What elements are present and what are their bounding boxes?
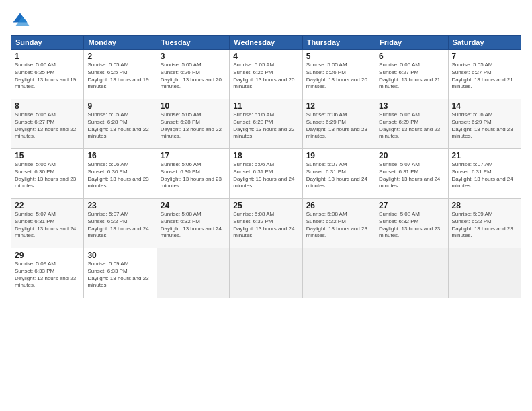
day-cell: 18 Sunrise: 5:06 AM Sunset: 6:31 PM Dayl… (230, 149, 302, 199)
col-monday: Monday (84, 36, 157, 50)
day-number: 12 (306, 101, 371, 111)
day-info: Sunrise: 5:05 AM Sunset: 6:28 PM Dayligh… (161, 111, 226, 140)
day-info: Sunrise: 5:06 AM Sunset: 6:29 PM Dayligh… (306, 111, 371, 140)
day-info: Sunrise: 5:05 AM Sunset: 6:25 PM Dayligh… (87, 62, 152, 91)
day-info: Sunrise: 5:05 AM Sunset: 6:28 PM Dayligh… (233, 111, 298, 140)
day-info: Sunrise: 5:07 AM Sunset: 6:31 PM Dayligh… (452, 161, 517, 190)
day-info: Sunrise: 5:09 AM Sunset: 6:33 PM Dayligh… (15, 261, 80, 289)
day-number: 21 (452, 151, 517, 161)
day-number: 8 (15, 101, 80, 111)
day-number: 20 (379, 151, 444, 161)
day-info: Sunrise: 5:06 AM Sunset: 6:30 PM Dayligh… (87, 161, 152, 190)
logo (11, 11, 32, 30)
day-info: Sunrise: 5:08 AM Sunset: 6:32 PM Dayligh… (379, 211, 444, 240)
logo-icon (11, 11, 30, 30)
day-cell: 2 Sunrise: 5:05 AM Sunset: 6:25 PM Dayli… (84, 50, 157, 99)
day-number: 14 (452, 101, 517, 111)
col-wednesday: Wednesday (230, 36, 302, 50)
day-number: 23 (87, 201, 152, 210)
day-cell: 4 Sunrise: 5:05 AM Sunset: 6:26 PM Dayli… (230, 50, 302, 99)
day-cell: 25 Sunrise: 5:08 AM Sunset: 6:32 PM Dayl… (230, 199, 302, 248)
day-cell: 16 Sunrise: 5:06 AM Sunset: 6:30 PM Dayl… (84, 149, 157, 199)
day-cell: 7 Sunrise: 5:05 AM Sunset: 6:27 PM Dayli… (448, 50, 521, 99)
day-cell: 6 Sunrise: 5:05 AM Sunset: 6:27 PM Dayli… (375, 50, 448, 99)
header (11, 11, 521, 30)
day-number: 22 (15, 201, 80, 210)
day-cell: 3 Sunrise: 5:05 AM Sunset: 6:26 PM Dayli… (157, 50, 229, 99)
day-cell: 17 Sunrise: 5:06 AM Sunset: 6:30 PM Dayl… (157, 149, 229, 199)
day-number: 25 (233, 201, 298, 210)
day-number: 6 (379, 52, 444, 61)
day-number: 5 (306, 52, 371, 61)
day-info: Sunrise: 5:06 AM Sunset: 6:29 PM Dayligh… (379, 111, 444, 140)
day-cell: 8 Sunrise: 5:05 AM Sunset: 6:27 PM Dayli… (11, 99, 84, 149)
calendar-header-row: Sunday Monday Tuesday Wednesday Thursday… (11, 36, 521, 50)
day-info: Sunrise: 5:06 AM Sunset: 6:31 PM Dayligh… (233, 161, 298, 190)
day-number: 26 (306, 201, 371, 210)
day-cell: 5 Sunrise: 5:05 AM Sunset: 6:26 PM Dayli… (302, 50, 375, 99)
day-number: 28 (452, 201, 517, 210)
calendar-week-row: 1 Sunrise: 5:06 AM Sunset: 6:25 PM Dayli… (11, 50, 521, 99)
day-cell: 9 Sunrise: 5:05 AM Sunset: 6:28 PM Dayli… (84, 99, 157, 149)
day-info: Sunrise: 5:08 AM Sunset: 6:32 PM Dayligh… (161, 211, 226, 240)
day-info: Sunrise: 5:07 AM Sunset: 6:32 PM Dayligh… (87, 211, 152, 240)
col-saturday: Saturday (448, 36, 521, 50)
day-info: Sunrise: 5:05 AM Sunset: 6:26 PM Dayligh… (233, 62, 298, 91)
day-info: Sunrise: 5:09 AM Sunset: 6:33 PM Dayligh… (87, 261, 152, 289)
day-cell: 30 Sunrise: 5:09 AM Sunset: 6:33 PM Dayl… (84, 248, 157, 298)
day-number: 2 (87, 52, 152, 61)
day-number: 1 (15, 52, 80, 61)
day-number: 24 (161, 201, 226, 210)
day-cell: 10 Sunrise: 5:05 AM Sunset: 6:28 PM Dayl… (157, 99, 229, 149)
calendar-week-row: 29 Sunrise: 5:09 AM Sunset: 6:33 PM Dayl… (11, 248, 521, 298)
calendar-week-row: 22 Sunrise: 5:07 AM Sunset: 6:31 PM Dayl… (11, 199, 521, 248)
day-number: 27 (379, 201, 444, 210)
col-tuesday: Tuesday (157, 36, 229, 50)
day-number: 7 (452, 52, 517, 61)
day-number: 30 (87, 250, 152, 260)
empty-cell (230, 248, 302, 298)
day-info: Sunrise: 5:09 AM Sunset: 6:32 PM Dayligh… (452, 211, 517, 240)
day-cell: 29 Sunrise: 5:09 AM Sunset: 6:33 PM Dayl… (11, 248, 84, 298)
day-number: 16 (87, 151, 152, 161)
day-cell: 21 Sunrise: 5:07 AM Sunset: 6:31 PM Dayl… (448, 149, 521, 199)
day-info: Sunrise: 5:05 AM Sunset: 6:28 PM Dayligh… (87, 111, 152, 140)
day-info: Sunrise: 5:06 AM Sunset: 6:29 PM Dayligh… (452, 111, 517, 140)
col-sunday: Sunday (11, 36, 84, 50)
day-info: Sunrise: 5:07 AM Sunset: 6:31 PM Dayligh… (15, 211, 80, 240)
day-number: 10 (161, 101, 226, 111)
day-cell: 28 Sunrise: 5:09 AM Sunset: 6:32 PM Dayl… (448, 199, 521, 248)
calendar-week-row: 15 Sunrise: 5:06 AM Sunset: 6:30 PM Dayl… (11, 149, 521, 199)
empty-cell (448, 248, 521, 298)
day-cell: 22 Sunrise: 5:07 AM Sunset: 6:31 PM Dayl… (11, 199, 84, 248)
day-cell: 12 Sunrise: 5:06 AM Sunset: 6:29 PM Dayl… (302, 99, 375, 149)
day-info: Sunrise: 5:05 AM Sunset: 6:27 PM Dayligh… (15, 111, 80, 140)
day-number: 15 (15, 151, 80, 161)
day-info: Sunrise: 5:05 AM Sunset: 6:27 PM Dayligh… (452, 62, 517, 91)
day-info: Sunrise: 5:08 AM Sunset: 6:32 PM Dayligh… (233, 211, 298, 240)
day-cell: 24 Sunrise: 5:08 AM Sunset: 6:32 PM Dayl… (157, 199, 229, 248)
day-cell: 26 Sunrise: 5:08 AM Sunset: 6:32 PM Dayl… (302, 199, 375, 248)
day-number: 4 (233, 52, 298, 61)
col-thursday: Thursday (302, 36, 375, 50)
day-cell: 15 Sunrise: 5:06 AM Sunset: 6:30 PM Dayl… (11, 149, 84, 199)
calendar-table: Sunday Monday Tuesday Wednesday Thursday… (11, 35, 521, 298)
day-number: 18 (233, 151, 298, 161)
day-number: 9 (87, 101, 152, 111)
day-number: 13 (379, 101, 444, 111)
day-cell: 1 Sunrise: 5:06 AM Sunset: 6:25 PM Dayli… (11, 50, 84, 99)
day-info: Sunrise: 5:07 AM Sunset: 6:31 PM Dayligh… (379, 161, 444, 190)
day-info: Sunrise: 5:08 AM Sunset: 6:32 PM Dayligh… (306, 211, 371, 240)
day-cell: 23 Sunrise: 5:07 AM Sunset: 6:32 PM Dayl… (84, 199, 157, 248)
day-number: 11 (233, 101, 298, 111)
day-cell: 14 Sunrise: 5:06 AM Sunset: 6:29 PM Dayl… (448, 99, 521, 149)
calendar-week-row: 8 Sunrise: 5:05 AM Sunset: 6:27 PM Dayli… (11, 99, 521, 149)
day-number: 19 (306, 151, 371, 161)
day-cell: 19 Sunrise: 5:07 AM Sunset: 6:31 PM Dayl… (302, 149, 375, 199)
day-cell: 13 Sunrise: 5:06 AM Sunset: 6:29 PM Dayl… (375, 99, 448, 149)
day-cell: 11 Sunrise: 5:05 AM Sunset: 6:28 PM Dayl… (230, 99, 302, 149)
day-info: Sunrise: 5:05 AM Sunset: 6:26 PM Dayligh… (306, 62, 371, 91)
empty-cell (375, 248, 448, 298)
day-number: 17 (161, 151, 226, 161)
day-info: Sunrise: 5:06 AM Sunset: 6:30 PM Dayligh… (15, 161, 80, 190)
